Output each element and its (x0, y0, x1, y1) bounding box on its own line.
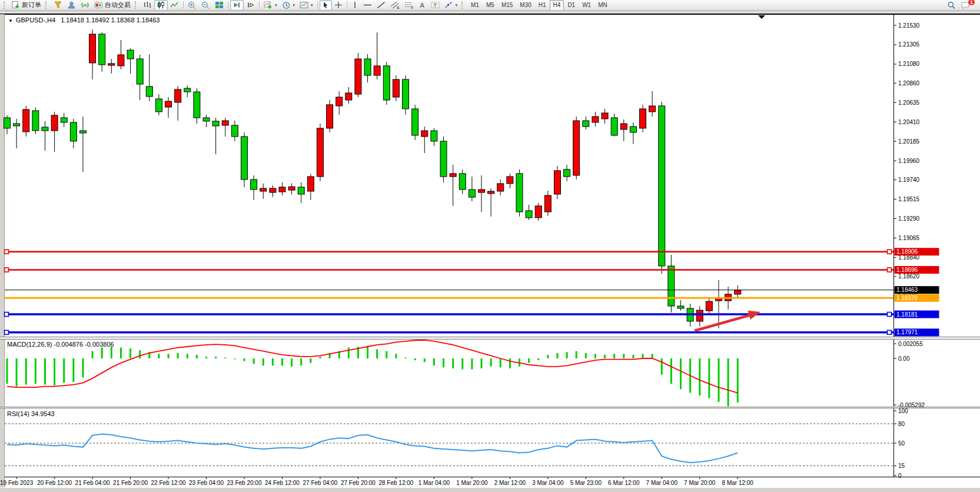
candle-body (696, 310, 703, 321)
candle-body (479, 190, 485, 192)
time-tick-label: 7 Mar 20:00 (684, 480, 716, 486)
candle-body (431, 131, 437, 141)
price-tick-label: 1.21530 (898, 22, 920, 29)
line-handle[interactable] (888, 250, 892, 254)
candle-body (440, 141, 447, 177)
candle-body (573, 121, 580, 175)
candle-body (184, 88, 191, 92)
rsi-axis-label: 100 (898, 408, 908, 414)
time-tick-label: 27 Feb 04:00 (303, 480, 337, 486)
line-handle[interactable] (888, 313, 892, 317)
candle-body (51, 115, 58, 131)
line-handle[interactable] (5, 268, 9, 272)
candle-body (544, 195, 551, 212)
time-tick-label: 23 Feb 20:00 (227, 480, 262, 486)
window-left-edge (0, 14, 4, 492)
candle-body (393, 79, 399, 97)
candle-body (602, 113, 608, 119)
candle-body (118, 55, 124, 66)
time-tick-label: 6 Mar 12:00 (608, 480, 640, 486)
candle-body (488, 191, 494, 194)
candle-body (270, 188, 276, 192)
candle-body (251, 179, 257, 190)
candle-body (659, 106, 665, 266)
time-tick-label: 8 Mar 12:00 (722, 480, 754, 486)
time-tick-label: 22 Feb 12:00 (151, 480, 186, 486)
price-tick-label: 1.20635 (898, 99, 920, 106)
macd-axis-label: 0.00 (898, 355, 910, 362)
candle-body (241, 137, 248, 179)
candle-body (279, 187, 285, 192)
candle-body (99, 34, 105, 65)
time-tick-label: 2 Mar 12:00 (494, 480, 526, 486)
candle-body (165, 101, 172, 107)
candle-body (89, 34, 96, 63)
time-tick-label: 27 Feb 20:00 (341, 480, 376, 486)
candle-body (592, 117, 599, 122)
price-tick-label: 1.19515 (898, 196, 920, 202)
price-tick-label: 1.20185 (898, 138, 920, 145)
rsi-axis-label: 50 (898, 440, 905, 447)
time-tick-label: 21 Feb 20:00 (113, 480, 148, 486)
candle-body (497, 184, 504, 191)
price-badge-value: 1.18370 (896, 295, 918, 301)
candle-body (668, 266, 675, 306)
price-tick-label: 1.18620 (898, 273, 920, 280)
time-tick-label: 20 Feb 12:00 (37, 480, 72, 486)
rsi-axis-label: 0 (898, 473, 902, 479)
rsi-axis-label: 15 (898, 463, 905, 469)
time-tick-label: 24 Feb 12:00 (265, 480, 300, 486)
candle-body (317, 128, 323, 177)
candle-body (516, 174, 523, 212)
candle-body (4, 118, 11, 128)
time-tick-label: 5 Mar 23:00 (570, 480, 602, 486)
candle-body (327, 105, 333, 128)
candle-body (649, 106, 656, 112)
candle-body (677, 306, 684, 308)
price-tick-label: 1.20860 (898, 80, 920, 87)
price-tick-label: 1.19960 (898, 158, 920, 164)
macd-axis-label: 0.002055 (898, 341, 923, 347)
candle-body (260, 188, 267, 191)
candle-body (127, 50, 134, 59)
candle-body (554, 171, 560, 194)
candle-body (42, 127, 48, 131)
candle-body (61, 118, 67, 122)
candle-body (194, 92, 200, 118)
window-bottom-edge (0, 487, 980, 492)
candle-body (630, 127, 636, 132)
candle-body (70, 122, 77, 141)
line-handle[interactable] (888, 268, 892, 272)
candle-body (203, 118, 210, 121)
candle-body (146, 87, 152, 97)
candle-body (469, 190, 475, 197)
candle-body (32, 111, 39, 131)
rsi-axis-label: 80 (898, 421, 905, 427)
candle-body (583, 121, 589, 127)
line-handle[interactable] (5, 250, 9, 254)
candle-body (336, 97, 343, 106)
time-tick-label: 1 Mar 04:00 (418, 480, 450, 486)
candle-body (137, 59, 143, 84)
time-tick-label: 3 Mar 04:00 (532, 480, 564, 486)
candle-body (298, 187, 304, 194)
price-tick-label: 1.19290 (898, 215, 920, 222)
time-tick-label: 7 Mar 04:00 (646, 480, 678, 486)
candle-body (355, 59, 361, 94)
candle-body (155, 99, 162, 112)
chart-canvas[interactable]: 1.215301.213051.210801.208601.206351.204… (0, 0, 980, 492)
time-tick-label: 28 Feb 12:00 (378, 480, 413, 486)
candle-body (640, 109, 646, 128)
price-tick-label: 1.21080 (898, 61, 920, 67)
line-handle[interactable] (5, 330, 9, 334)
candle-body (564, 169, 570, 177)
candle-body (79, 131, 86, 133)
candle-body (403, 79, 409, 109)
line-handle[interactable] (888, 330, 892, 334)
candle-body (507, 177, 513, 184)
candle-body (374, 66, 380, 75)
price-badge-value: 1.18906 (896, 248, 918, 255)
candle-body (231, 125, 238, 137)
line-handle[interactable] (5, 313, 9, 317)
candle-body (412, 109, 418, 135)
